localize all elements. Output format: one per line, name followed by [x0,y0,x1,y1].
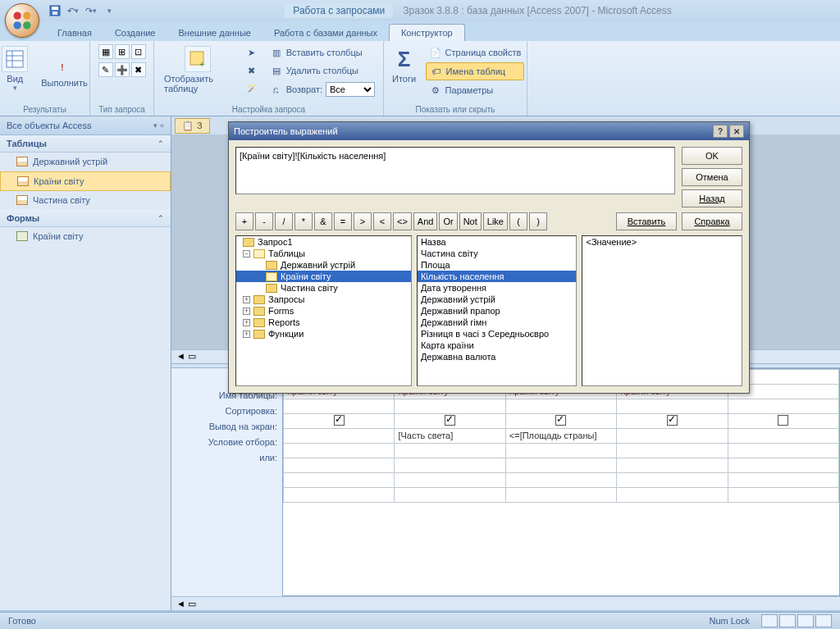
value-list[interactable]: <Значение> [582,235,742,386]
tab-create[interactable]: Создание [103,25,167,41]
field-item[interactable]: Площа [418,259,577,271]
show-checkbox[interactable] [778,415,788,426]
operator-button[interactable]: Like [483,212,508,230]
grid-cell[interactable] [617,428,728,443]
operator-button[interactable]: = [334,212,352,230]
view-datasheet-icon[interactable] [761,614,778,627]
grid-cell[interactable] [617,399,728,413]
field-item[interactable]: Державний устрій [418,294,577,305]
plus-icon[interactable]: + [243,296,250,303]
update-query-icon[interactable]: ✎ [98,62,113,77]
insert-columns-button[interactable]: ▥Вставить столбцы [267,44,378,61]
operator-button[interactable]: ) [529,212,547,230]
operator-button[interactable]: > [354,212,372,230]
grid-cell[interactable] [728,428,838,443]
tree-item[interactable]: + Функции [236,328,411,340]
show-checkbox[interactable] [445,415,455,426]
grid-cell[interactable] [395,472,505,487]
operator-button[interactable]: / [275,212,293,230]
operator-button[interactable]: ( [509,212,527,230]
tab-home[interactable]: Главная [46,25,103,41]
delete-rows-button[interactable]: ✖ [242,62,262,79]
grid-cell[interactable] [505,458,616,472]
field-item[interactable]: Державний прапор [418,305,577,317]
field-item[interactable]: Державний гімн [418,317,577,328]
qat-customize-icon[interactable]: ▾ [102,3,116,18]
grid-cell[interactable] [505,472,616,487]
grid-cell[interactable] [395,443,505,458]
show-checkbox[interactable] [334,415,345,426]
field-item[interactable]: Частина світу [418,248,577,259]
save-icon[interactable] [48,3,62,18]
grid-cell[interactable] [617,472,728,487]
grid-cell[interactable] [728,399,838,413]
undo-icon[interactable]: ↶▾ [66,3,80,18]
show-checkbox[interactable] [555,415,566,426]
grid-cell[interactable] [284,413,395,428]
nav-table-item[interactable]: Країни світу [0,171,171,191]
grid-cell[interactable] [284,458,395,472]
operator-button[interactable]: & [314,212,332,230]
field-item[interactable]: Дата утворення [418,282,577,294]
nav-header[interactable]: Все объекты Access ▾ « [0,116,171,135]
tab-external-data[interactable]: Внешние данные [167,25,262,41]
grid-cell[interactable] [284,399,395,413]
tree-item[interactable]: + Reports [236,317,411,328]
grid-cell[interactable] [617,458,728,472]
field-item[interactable]: Назва [418,236,577,248]
grid-cell[interactable] [617,413,728,428]
grid-cell[interactable] [617,443,728,458]
tab-database-tools[interactable]: Работа с базами данных [262,25,389,41]
office-button[interactable] [5,3,39,38]
grid-cell[interactable] [728,458,838,472]
grid-cell[interactable] [395,458,505,472]
operator-button[interactable]: < [373,212,391,230]
dialog-titlebar[interactable]: Построитель выражений ? ✕ [229,122,749,140]
plus-icon[interactable]: + [243,319,250,326]
show-checkbox[interactable] [667,415,678,426]
redo-icon[interactable]: ↷▾ [84,3,98,18]
grid-cell[interactable] [284,428,395,443]
back-button[interactable]: Назад [682,189,742,207]
show-table-button[interactable]: + Отобразить таблицу [159,44,237,95]
category-tree[interactable]: Запрос1− Таблицы Державний устрій Країни… [235,235,412,386]
nav-table-item[interactable]: Державний устрій [0,153,171,171]
value-placeholder[interactable]: <Значение> [582,236,742,248]
grid-cell[interactable] [505,443,616,458]
help-button[interactable]: Справка [682,212,742,230]
operator-button[interactable]: Not [459,212,482,230]
expression-textbox[interactable]: [Країни світу]![Кількість населення] [235,147,675,194]
grid-cell[interactable] [284,443,395,458]
delete-query-icon[interactable]: ✖ [131,62,146,77]
help-icon[interactable]: ? [713,125,728,138]
plus-icon[interactable]: + [243,308,250,315]
select-query-icon[interactable]: ▦ [98,44,113,59]
view-sql-icon[interactable] [779,614,796,627]
grid-cell[interactable] [617,487,728,502]
nav-table-item[interactable]: Частина світу [0,191,171,210]
table-names-button[interactable]: 🏷Имена таблиц [426,62,525,80]
make-table-icon[interactable]: ⊡ [131,44,146,59]
grid-cell[interactable] [728,487,838,502]
grid-cell[interactable] [395,413,505,428]
grid-cell[interactable] [728,443,838,458]
grid-cell[interactable]: <=[Площадь страны] [505,428,616,443]
grid-cell[interactable] [505,413,616,428]
nav-form-item[interactable]: Країни світу [0,227,171,246]
operator-button[interactable]: <> [393,212,412,230]
tree-item[interactable]: − Таблицы [236,248,411,259]
grid-cell[interactable] [284,472,395,487]
append-query-icon[interactable]: ➕ [115,62,130,77]
operator-button[interactable]: * [294,212,313,230]
tree-item[interactable]: + Forms [236,305,411,317]
return-select[interactable]: Все [326,82,375,97]
operator-button[interactable]: + [235,212,253,230]
operator-button[interactable]: Or [439,212,457,230]
grid-cell[interactable] [728,472,838,487]
property-sheet-button[interactable]: 📄Страница свойств [426,44,525,61]
field-list[interactable]: НазваЧастина світуПлощаКількість населен… [417,235,578,386]
tree-item[interactable]: Частина світу [236,282,411,294]
tab-design[interactable]: Конструктор [389,24,465,41]
grid-cell[interactable] [728,413,838,428]
field-item[interactable]: Різниця в часі з Середньоєвро [418,328,577,340]
